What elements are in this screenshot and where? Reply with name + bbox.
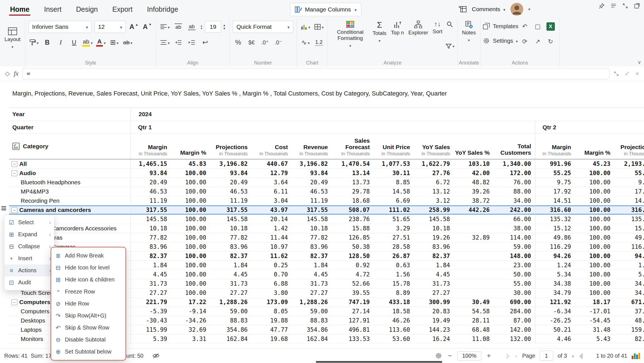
cell[interactable]: 12.79 <box>252 169 292 178</box>
cell[interactable]: 6.72 <box>414 178 454 187</box>
year-value[interactable]: 2024 <box>131 111 644 118</box>
selection-frame-icon[interactable]: ▢ <box>535 23 541 30</box>
cell[interactable]: 17.92 <box>535 187 575 196</box>
table-row[interactable]: Recording Pen11.19100.0011.193.0411.1918… <box>9 196 644 206</box>
row-drag-handle-icon[interactable] <box>1 206 6 211</box>
row-label[interactable]: −Audio <box>9 169 131 178</box>
cell[interactable]: 27.27 <box>292 288 332 297</box>
cell[interactable]: 135.32 <box>614 215 644 224</box>
cell[interactable]: 19.68 <box>252 335 292 343</box>
cell[interactable]: 94.26 <box>614 252 644 261</box>
cell[interactable]: 20.14 <box>252 215 292 224</box>
submenu-item-freeze-row[interactable]: *Freeze Row <box>51 286 126 298</box>
cell[interactable]: 144.23 <box>414 325 454 334</box>
cell[interactable]: 128.50 <box>332 252 374 261</box>
cell[interactable]: 4.45 <box>292 270 332 279</box>
cell[interactable]: 83.96 <box>131 242 171 251</box>
cell[interactable]: 9.75 <box>535 178 575 187</box>
table-row[interactable]: −All1,465.1545.833,196.82440.673,196.821… <box>9 159 644 169</box>
quarter-2-header[interactable]: Qtr 2 <box>535 121 644 133</box>
cell[interactable]: -34.26 <box>171 316 210 325</box>
cell[interactable]: 34.38 <box>535 279 575 288</box>
cell[interactable]: 5.43 <box>575 335 614 343</box>
cell[interactable]: 18.68 <box>332 196 374 205</box>
menu-list-icon[interactable] <box>610 3 617 9</box>
cell[interactable]: 48.82 <box>454 178 494 187</box>
expand-window-icon[interactable] <box>622 3 628 9</box>
cell[interactable]: 93.84 <box>292 169 332 178</box>
cell[interactable]: 34.79 <box>535 288 575 297</box>
cell[interactable]: 238.76 <box>332 215 374 224</box>
cell[interactable]: 76.00 <box>494 178 535 187</box>
cell[interactable]: 27.51 <box>374 233 414 242</box>
cell[interactable]: 316.60 <box>535 206 575 214</box>
cell[interactable]: 45.83 <box>171 159 210 168</box>
top-n-button[interactable]: Top n <box>389 19 406 50</box>
cell[interactable]: 1,622.79 <box>414 159 454 168</box>
status-gear-icon[interactable] <box>435 352 442 359</box>
cell[interactable]: 8.85 <box>374 178 414 187</box>
step-up-icon[interactable]: ▲ <box>223 23 226 27</box>
cell[interactable]: 100.00 <box>575 233 614 242</box>
cancel-formula-icon[interactable]: × <box>635 70 639 77</box>
cell[interactable]: 496.81 <box>332 325 374 334</box>
cell[interactable]: 1,465.15 <box>131 159 171 168</box>
cell[interactable]: 31.73 <box>292 279 332 288</box>
table-row[interactable]: Cameras & Camcorders Accessories10.18100… <box>9 224 644 233</box>
cell[interactable]: 221.79 <box>131 298 171 307</box>
cell[interactable]: 38.00 <box>494 224 535 233</box>
cell[interactable]: 1.42 <box>252 224 292 233</box>
collapse-icon[interactable]: − <box>11 207 17 213</box>
cell[interactable]: 52.66 <box>332 279 374 288</box>
cell[interactable]: 20.49 <box>131 178 171 187</box>
cell[interactable]: 11.19 <box>210 196 252 205</box>
cell[interactable]: -17.01 <box>575 307 614 316</box>
cell[interactable]: -9.14 <box>171 307 210 316</box>
cell[interactable] <box>454 252 494 261</box>
cell[interactable]: 59.00 <box>210 307 252 316</box>
cell[interactable]: 77.82 <box>210 233 252 242</box>
cell[interactable] <box>454 215 494 224</box>
cell[interactable] <box>454 288 494 297</box>
cell[interactable]: 100.00 <box>171 233 210 242</box>
step-down-icon[interactable]: ▼ <box>223 27 226 30</box>
tab-home[interactable]: Home <box>10 2 30 17</box>
cell[interactable]: 100.00 <box>575 252 614 261</box>
cell[interactable]: 100.00 <box>575 206 614 214</box>
percent-format-button[interactable]: % <box>233 36 243 49</box>
cell[interactable]: 100.00 <box>171 252 210 261</box>
cell[interactable]: 100.00 <box>171 224 210 233</box>
cell[interactable]: 18.17 <box>575 298 614 307</box>
cell[interactable]: 145.58 <box>131 215 171 224</box>
confirm-formula-icon[interactable]: ✓ <box>625 70 630 77</box>
cell[interactable]: 316.60 <box>614 206 644 214</box>
cell[interactable]: 3.64 <box>252 178 292 187</box>
cell[interactable]: 100.00 <box>171 288 210 297</box>
cell[interactable]: 10.97 <box>252 242 292 251</box>
line-chart-button[interactable]: ∿ <box>300 36 311 49</box>
cell[interactable]: 2,193.15 <box>614 159 644 168</box>
context-menu-item-actions[interactable]: ≡Actions› <box>4 264 54 276</box>
cell[interactable]: 27.27 <box>210 288 252 297</box>
cell[interactable]: 100.00 <box>171 242 210 251</box>
undo-icon[interactable]: ↶ <box>522 23 527 30</box>
cell[interactable]: 88.83 <box>210 316 252 325</box>
cell[interactable]: 115.99 <box>131 325 171 334</box>
cell[interactable]: 354.86 <box>210 325 252 334</box>
format-painter-button[interactable] <box>29 36 39 49</box>
cell[interactable]: 100.00 <box>575 169 614 178</box>
wrap-text-button[interactable]: ↩ <box>200 36 210 49</box>
font-size-select[interactable]: 12 <box>94 21 126 33</box>
cell[interactable]: 100.00 <box>171 178 210 187</box>
cell[interactable]: 440.67 <box>252 159 292 168</box>
export-excel-icon[interactable] <box>546 22 555 31</box>
highlight-color-button[interactable]: ab <box>82 36 93 49</box>
cell[interactable]: 5.34 <box>535 270 575 279</box>
cell[interactable]: 1,470.54 <box>332 159 374 168</box>
cell[interactable]: 100.00 <box>575 224 614 233</box>
clear-formula-icon[interactable]: ◇ <box>5 70 10 77</box>
cell[interactable]: 13.12 <box>414 187 454 196</box>
cell[interactable]: 26.87 <box>374 252 414 261</box>
number-on-chart-button[interactable]: 1.2 <box>314 36 324 49</box>
cell[interactable]: 1.56 <box>374 270 414 279</box>
